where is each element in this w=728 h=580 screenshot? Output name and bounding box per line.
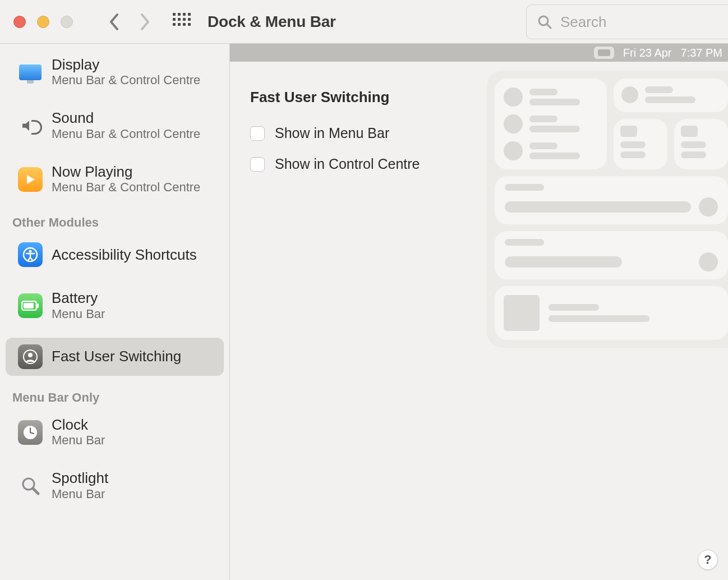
sidebar-item-sublabel: Menu Bar — [52, 487, 108, 501]
help-button[interactable]: ? — [698, 550, 718, 570]
apps-grid-icon — [173, 13, 191, 31]
accessibility-icon — [18, 242, 43, 267]
sidebar-item-label: Fast User Switching — [52, 349, 181, 364]
sidebar-item-label: Display — [52, 57, 200, 72]
close-window-button[interactable] — [13, 16, 26, 28]
minimize-window-button[interactable] — [37, 16, 49, 28]
svg-rect-6 — [37, 303, 39, 308]
sidebar-section-menu-bar-only: Menu Bar Only — [0, 386, 229, 411]
sound-icon — [18, 113, 43, 138]
forward-button[interactable] — [139, 13, 150, 31]
sidebar-item-label: Sound — [52, 111, 200, 126]
cc-preview-card — [674, 119, 728, 169]
search-field[interactable] — [526, 4, 728, 39]
sidebar-item-now-playing[interactable]: Now Playing Menu Bar & Control Centre — [6, 158, 224, 201]
cc-preview-card — [614, 119, 667, 169]
spotlight-icon — [18, 473, 43, 498]
show-all-preferences-button[interactable] — [173, 13, 191, 31]
cc-preview-slider-card — [495, 231, 728, 279]
show-in-menu-bar-label: Show in Menu Bar — [275, 125, 389, 141]
sidebar-item-clock[interactable]: Clock Menu Bar — [6, 411, 224, 454]
cc-preview-slider-card — [495, 176, 728, 224]
chevron-left-icon — [109, 13, 120, 31]
sidebar-item-sound[interactable]: Sound Menu Bar & Control Centre — [6, 104, 224, 147]
search-input[interactable] — [560, 13, 706, 31]
cc-preview-card — [614, 79, 728, 112]
sidebar-section-other-modules: Other Modules — [0, 211, 229, 236]
svg-line-14 — [33, 489, 38, 494]
sidebar-item-sublabel: Menu Bar & Control Centre — [52, 73, 200, 87]
zoom-window-button[interactable] — [61, 16, 73, 28]
sidebar-item-label: Clock — [52, 417, 105, 432]
sidebar-item-label: Accessibility Shortcuts — [52, 247, 197, 263]
control-centre-menubar-icon — [594, 47, 614, 59]
sidebar-item-sublabel: Menu Bar & Control Centre — [52, 127, 200, 141]
sidebar: Display Menu Bar & Control Centre Sound … — [0, 44, 230, 580]
content-area: Fri 23 Apr 7:37 PM Fast User Switching S… — [230, 44, 728, 580]
display-icon — [18, 60, 43, 85]
show-in-control-centre-checkbox[interactable] — [250, 157, 265, 172]
help-icon: ? — [704, 553, 711, 567]
sidebar-item-accessibility-shortcuts[interactable]: Accessibility Shortcuts — [6, 236, 224, 274]
nav-arrows — [109, 13, 150, 31]
sidebar-item-fast-user-switching[interactable]: Fast User Switching — [6, 338, 224, 376]
window-controls — [13, 16, 73, 28]
svg-rect-7 — [24, 303, 34, 309]
detail-pane: Fast User Switching Show in Menu Bar Sho… — [230, 62, 728, 580]
show-in-control-centre-label: Show in Control Centre — [275, 156, 420, 172]
sidebar-item-sublabel: Menu Bar — [52, 434, 105, 447]
chevron-right-icon — [139, 13, 150, 31]
svg-marker-2 — [27, 175, 35, 184]
sidebar-item-label: Spotlight — [52, 471, 108, 486]
sidebar-item-label: Now Playing — [52, 164, 200, 179]
svg-point-9 — [28, 353, 33, 357]
sidebar-item-sublabel: Menu Bar & Control Centre — [52, 181, 200, 194]
clock-icon — [18, 420, 43, 445]
battery-icon — [18, 293, 43, 318]
toolbar: Dock & Menu Bar — [0, 0, 728, 44]
sidebar-item-sublabel: Menu Bar — [52, 307, 105, 321]
back-button[interactable] — [109, 13, 120, 31]
svg-point-4 — [29, 250, 32, 253]
menubar-preview: Fri 23 Apr 7:37 PM — [230, 44, 728, 62]
now-playing-icon — [18, 167, 43, 192]
cc-preview-media-card — [495, 286, 728, 340]
show-in-menu-bar-checkbox[interactable] — [250, 126, 265, 141]
fast-user-switching-icon — [18, 344, 43, 369]
search-icon — [537, 14, 552, 30]
sidebar-item-battery[interactable]: Battery Menu Bar — [6, 284, 224, 327]
control-centre-preview — [487, 71, 728, 348]
svg-line-1 — [547, 24, 551, 28]
menubar-time: 7:37 PM — [681, 47, 722, 59]
menubar-date: Fri 23 Apr — [623, 47, 672, 59]
sidebar-item-display[interactable]: Display Menu Bar & Control Centre — [6, 50, 224, 94]
cc-preview-card — [495, 79, 607, 169]
window-title: Dock & Menu Bar — [208, 13, 336, 31]
sidebar-item-spotlight[interactable]: Spotlight Menu Bar — [6, 464, 224, 507]
sidebar-item-label: Battery — [52, 291, 105, 306]
